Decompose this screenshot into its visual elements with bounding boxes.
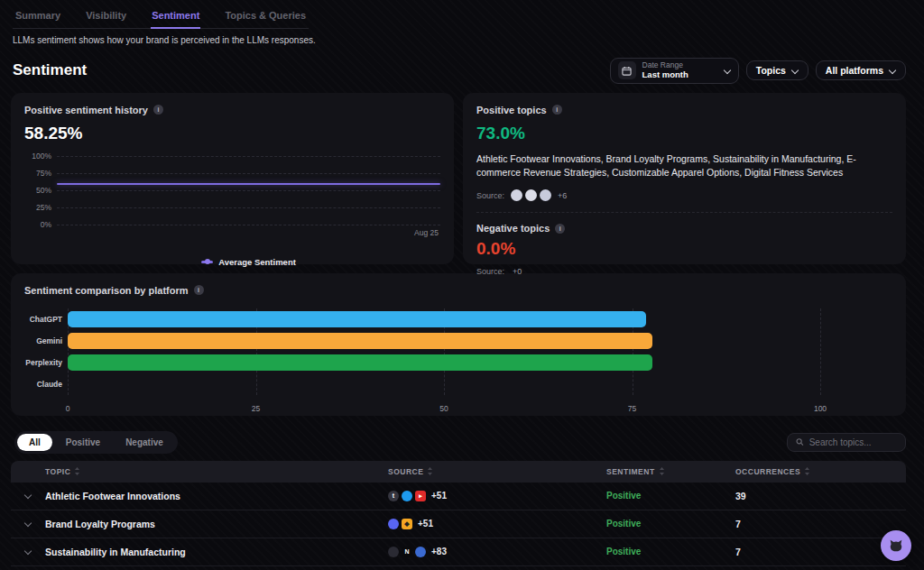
gridline xyxy=(57,207,440,208)
negative-source-row: Source: +0 xyxy=(476,267,892,276)
source-favicon xyxy=(540,189,551,201)
table-header: TOPICSOURCESENTIMENTOCCURRENCES xyxy=(11,461,906,483)
gridline xyxy=(57,173,440,174)
column-header-sentiment[interactable]: SENTIMENT xyxy=(606,467,735,476)
chat-assistant-button[interactable] xyxy=(881,530,911,561)
topics-dropdown-label: Topics xyxy=(756,65,786,76)
gridline xyxy=(820,308,821,395)
expand-row-chevron-icon[interactable] xyxy=(24,492,32,500)
topic-cell: Athletic Footwear Innovations xyxy=(45,491,388,501)
source-extra-count: +6 xyxy=(558,191,567,200)
info-icon[interactable] xyxy=(555,224,565,234)
source-count: +51 xyxy=(431,491,447,501)
column-header-label: SENTIMENT xyxy=(606,467,655,476)
platform-comparison-card: Sentiment comparison by platform ChatGPT… xyxy=(11,273,906,416)
source-favicon xyxy=(415,547,426,557)
chevron-down-icon xyxy=(792,68,799,74)
expand-row-chevron-icon[interactable] xyxy=(24,548,32,556)
tab-visibility[interactable]: Visibility xyxy=(85,6,127,29)
page-title: Sentiment xyxy=(13,61,87,79)
y-axis-label: 100% xyxy=(23,152,51,161)
tab-topics-queries[interactable]: Topics & Queries xyxy=(224,6,307,29)
positive-source-row: Source: +6 xyxy=(476,189,892,201)
platform-label: ChatGPT xyxy=(24,315,62,324)
source-favicon xyxy=(388,519,399,529)
x-tick-label: 75 xyxy=(628,404,636,413)
platform-card-title: Sentiment comparison by platform xyxy=(24,285,189,296)
column-header-occurrences[interactable]: OCCURRENCES xyxy=(735,467,906,476)
average-sentiment-line xyxy=(57,183,440,185)
table-row[interactable]: Brand Loyalty Programs◆+51Positive7 xyxy=(11,510,906,538)
topic-cell: Brand Loyalty Programs xyxy=(45,519,388,529)
platform-bar[interactable] xyxy=(68,311,646,327)
tab-sentiment[interactable]: Sentiment xyxy=(151,6,200,29)
source-count: +83 xyxy=(431,547,447,556)
table-row[interactable]: Athletic Footwear Innovationst▸+51Positi… xyxy=(11,483,906,510)
line-plot: 100%75%50%25%0% xyxy=(57,156,440,225)
date-range-picker[interactable]: Date Range Last month xyxy=(610,58,739,84)
column-header-topic[interactable]: TOPIC xyxy=(45,467,388,476)
platforms-dropdown-label: All platforms xyxy=(826,65,883,76)
chart-legend: Average Sentiment xyxy=(57,257,440,267)
cat-icon xyxy=(888,538,904,554)
gridline xyxy=(57,156,440,157)
platform-label: Gemini xyxy=(24,336,62,345)
positive-source-icons xyxy=(511,189,551,201)
top-cards-row: Positive sentiment history 58.25% 100%75… xyxy=(11,93,906,264)
header-controls: Date Range Last month Topics All platfor… xyxy=(610,58,906,84)
sentiment-history-title: Positive sentiment history xyxy=(24,105,148,115)
platform-bar-row: ChatGPT xyxy=(68,308,820,330)
x-axis: 0255075100 xyxy=(24,400,892,415)
occurrences-cell: 39 xyxy=(735,491,906,501)
info-icon[interactable] xyxy=(153,105,163,115)
y-axis-label: 25% xyxy=(23,203,51,212)
column-header-label: SOURCE xyxy=(388,467,423,476)
x-tick-label: 100 xyxy=(814,404,827,413)
source-favicon: ▸ xyxy=(415,491,426,501)
source-favicon xyxy=(402,491,412,501)
occurrences-cell: 7 xyxy=(735,519,906,529)
platforms-dropdown[interactable]: All platforms xyxy=(816,60,906,80)
source-label: Source: xyxy=(476,191,504,200)
page-subtitle: LLMs sentiment shows how your brand is p… xyxy=(0,29,924,45)
platform-label: Claude xyxy=(24,380,62,389)
negative-topics-title: Negative topics xyxy=(476,223,550,234)
tab-summary[interactable]: Summary xyxy=(14,6,61,29)
sentiment-filter-group: AllPositiveNegative xyxy=(14,431,178,454)
legend-label: Average Sentiment xyxy=(218,257,296,267)
search-box[interactable] xyxy=(787,433,906,452)
filter-positive[interactable]: Positive xyxy=(54,434,112,451)
topic-cell: Sustainability in Manufacturing xyxy=(45,547,388,557)
source-extra-count: +0 xyxy=(513,267,522,276)
search-input[interactable] xyxy=(809,437,897,447)
filter-negative[interactable]: Negative xyxy=(114,434,175,451)
source-favicon: N xyxy=(402,547,412,557)
chevron-down-icon xyxy=(890,68,896,74)
column-header-source[interactable]: SOURCE xyxy=(388,467,606,476)
filter-all[interactable]: All xyxy=(17,434,52,451)
x-axis-label: Aug 25 xyxy=(57,228,440,237)
calendar-icon xyxy=(618,61,636,79)
y-axis-label: 75% xyxy=(23,169,51,178)
positive-topics-list: Athletic Footwear Innovations, Brand Loy… xyxy=(476,152,892,179)
sentiment-cell: Positive xyxy=(606,547,735,556)
sentiment-history-value: 58.25% xyxy=(24,124,440,143)
sentiment-line-chart: 100%75%50%25%0% Aug 25 Average Sentiment xyxy=(57,156,440,267)
negative-topics-value: 0.0% xyxy=(476,239,892,259)
expand-row-chevron-icon[interactable] xyxy=(24,520,32,528)
topics-dropdown[interactable]: Topics xyxy=(746,60,808,80)
platform-bar[interactable] xyxy=(68,354,652,371)
info-icon[interactable] xyxy=(552,105,562,115)
table-row[interactable]: Sustainability in ManufacturingN+83Posit… xyxy=(11,538,906,566)
source-favicon xyxy=(388,547,399,557)
info-icon[interactable] xyxy=(194,285,204,295)
platform-bar[interactable] xyxy=(68,333,652,349)
page-header: Sentiment Date Range Last month Topics A… xyxy=(0,45,924,91)
platform-label: Perplexity xyxy=(24,358,62,367)
table-body: Athletic Footwear Innovationst▸+51Positi… xyxy=(11,483,906,570)
date-range-value: Last month xyxy=(642,70,688,80)
table-row[interactable]: E-commerce Revenue Strategiesma+65Positi… xyxy=(11,566,906,570)
x-tick-label: 50 xyxy=(439,404,448,413)
source-count: +51 xyxy=(418,519,433,529)
topics-summary-card: Positive topics 73.0% Athletic Footwear … xyxy=(463,93,906,264)
